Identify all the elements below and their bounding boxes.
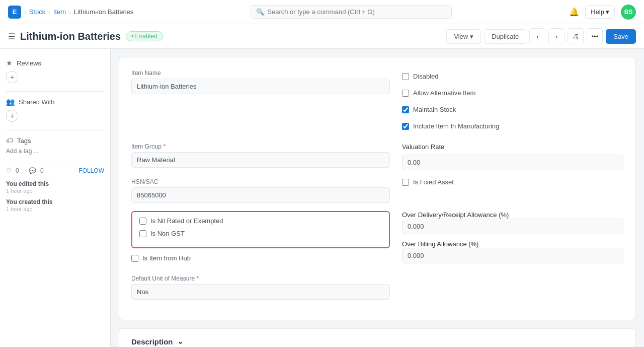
breadcrumb-stock[interactable]: Stock	[29, 8, 46, 16]
sidebar: ★ Reviews + 👥 Shared With + 🏷 Tags Add a…	[0, 49, 111, 347]
page-header: ☰ Lithium-ion Batteries • Enabled View ▾…	[0, 24, 644, 49]
disabled-checkbox[interactable]	[402, 73, 409, 80]
like-icon[interactable]: ♡	[6, 167, 12, 174]
sidebar-divider-1	[6, 91, 104, 92]
description-header[interactable]: Description ⌄	[131, 337, 623, 346]
description-chevron-icon: ⌄	[177, 337, 184, 346]
app-icon: E	[8, 6, 21, 19]
breadcrumb-sep-3: ›	[69, 9, 71, 15]
page-actions: View ▾ Duplicate ‹ › 🖨 ••• Save	[446, 28, 636, 44]
tags-label: Tags	[17, 137, 31, 145]
next-button[interactable]: ›	[548, 28, 565, 44]
default-uom-input[interactable]	[131, 284, 390, 300]
search-bar: 🔍	[251, 5, 452, 19]
add-tag-text[interactable]: Add a tag ...	[6, 148, 104, 155]
shared-with-label: Shared With	[19, 98, 55, 106]
sidebar-shared-with: 👥 Shared With	[6, 96, 104, 108]
description-card: Description ⌄	[119, 328, 636, 347]
is-fixed-asset-checkbox[interactable]	[402, 179, 409, 186]
more-options-button[interactable]: •••	[587, 28, 603, 44]
like-bar: ♡ 0 · 💬 0 FOLLOW	[6, 167, 104, 174]
breadcrumb-area: E › Stock › Item › Lithium-ion Batteries	[8, 6, 133, 19]
non-gst-checkbox[interactable]	[139, 230, 146, 237]
group-hsn: HSN/SAC	[131, 178, 390, 203]
breadcrumb-current: Lithium-ion Batteries	[74, 8, 134, 16]
item-from-hub-checkbox[interactable]	[131, 255, 138, 262]
over-delivery-group: Over Delivery/Receipt Allowance (%)	[402, 211, 623, 234]
star-icon: ★	[6, 59, 13, 67]
form-card-main: Item Name Disabled Allow Alternative Ite…	[119, 57, 636, 320]
activity-item-1: You edited this 1 hour ago	[6, 180, 104, 194]
allow-alt-checkbox-group: Allow Alternative Item	[402, 89, 623, 97]
view-chevron-icon: ▾	[470, 33, 473, 40]
status-badge: • Enabled	[126, 31, 163, 41]
is-fixed-asset-label: Is Fixed Asset	[413, 178, 454, 186]
help-button[interactable]: Help ▾	[585, 5, 615, 19]
sidebar-shared-section: 👥 Shared With +	[6, 96, 104, 122]
breadcrumb-sep-2: ›	[48, 9, 50, 15]
add-review-button[interactable]: +	[6, 71, 18, 83]
hsn-input[interactable]	[131, 187, 390, 203]
activity-text-1: You edited this	[6, 180, 49, 187]
save-button[interactable]: Save	[606, 29, 636, 44]
nil-rated-group: Is Nil Rated or Exempted	[139, 217, 382, 225]
include-mfg-label: Include Item In Manufacturing	[413, 122, 499, 130]
maintain-stock-checkbox-group: Maintain Stock	[402, 106, 623, 113]
over-billing-input[interactable]	[402, 248, 623, 263]
follow-button[interactable]: FOLLOW	[78, 167, 104, 174]
view-button[interactable]: View ▾	[446, 29, 481, 44]
description-label: Description	[131, 337, 173, 346]
over-billing-group: Over Billing Allowance (%)	[402, 240, 623, 263]
dot-sep: ·	[23, 167, 25, 174]
nil-rated-label: Is Nil Rated or Exempted	[150, 217, 223, 225]
search-icon: 🔍	[256, 8, 264, 16]
right-panel-top: Disabled Allow Alternative Item Maintain…	[402, 70, 623, 135]
non-gst-label: Is Non GST	[150, 230, 185, 237]
right-panel-valuation: Valuation Rate	[402, 143, 623, 170]
right-panel-fixed-asset: Is Fixed Asset	[402, 178, 623, 203]
include-mfg-checkbox-group: Include Item In Manufacturing	[402, 122, 623, 130]
item-name-input[interactable]	[131, 79, 390, 94]
maintain-stock-checkbox[interactable]	[402, 106, 409, 113]
tag-icon: 🏷	[6, 136, 13, 145]
highlighted-checkboxes: Is Nil Rated or Exempted Is Non GST	[131, 211, 390, 248]
allow-alt-checkbox[interactable]	[402, 90, 409, 97]
sidebar-divider-2	[6, 130, 104, 130]
maintain-stock-label: Maintain Stock	[413, 106, 456, 113]
row-hsn: HSN/SAC Is Fixed Asset	[131, 178, 623, 203]
duplicate-button[interactable]: Duplicate	[484, 29, 526, 44]
row-default-uom: Default Unit of Measure *	[131, 275, 623, 300]
page-title: Lithium-ion Batteries	[20, 31, 121, 42]
breadcrumb-item[interactable]: Item	[53, 8, 66, 16]
comment-count: 0	[40, 167, 44, 174]
sidebar-tags: 🏷 Tags	[6, 134, 104, 147]
item-group-input[interactable]	[131, 152, 390, 168]
search-input[interactable]	[267, 8, 446, 16]
group-item-group: Item Group *	[131, 143, 390, 170]
comment-icon[interactable]: 💬	[29, 167, 36, 174]
row-gst-checkboxes: Is Nil Rated or Exempted Is Non GST Is I…	[131, 211, 623, 267]
include-mfg-checkbox[interactable]	[402, 123, 409, 130]
valuation-rate-input[interactable]	[402, 155, 623, 170]
main-layout: ★ Reviews + 👥 Shared With + 🏷 Tags Add a…	[0, 49, 644, 347]
default-uom-label: Default Unit of Measure *	[131, 275, 390, 282]
right-panel-empty	[402, 275, 623, 300]
add-shared-button[interactable]: +	[6, 110, 18, 122]
is-fixed-asset-group: Is Fixed Asset	[402, 178, 623, 186]
notification-bell-icon[interactable]: 🔔	[569, 7, 579, 17]
topbar-right: 🔔 Help ▾ BS	[569, 5, 636, 20]
item-name-label: Item Name	[131, 70, 390, 77]
over-delivery-input[interactable]	[402, 219, 623, 234]
item-group-label: Item Group *	[131, 143, 390, 150]
prev-button[interactable]: ‹	[529, 28, 545, 44]
help-chevron-icon: ▾	[606, 8, 609, 16]
hsn-label: HSN/SAC	[131, 178, 390, 185]
group-gst-checkboxes: Is Nil Rated or Exempted Is Non GST Is I…	[131, 211, 390, 267]
print-button[interactable]: 🖨	[568, 28, 584, 44]
hamburger-icon[interactable]: ☰	[8, 32, 15, 41]
user-avatar[interactable]: BS	[621, 5, 636, 20]
help-label: Help	[591, 8, 604, 16]
nil-rated-checkbox[interactable]	[139, 218, 146, 225]
over-billing-label: Over Billing Allowance (%)	[402, 240, 478, 248]
reviews-label: Reviews	[17, 59, 41, 67]
